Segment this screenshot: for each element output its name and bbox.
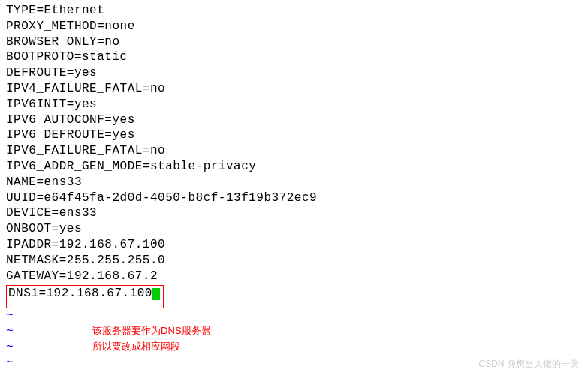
annotation-text: 所以要改成相应网段 <box>92 340 180 353</box>
config-line: IPV6_AUTOCONF=yes <box>6 112 582 128</box>
config-line: IPV6INIT=yes <box>6 97 582 112</box>
terminal-content: TYPE=Ethernet PROXY_METHOD=none BROWSER_… <box>6 3 582 375</box>
config-line: IPADDR=192.168.67.100 <box>6 237 582 253</box>
config-line: DEFROUTE=yes <box>6 65 582 81</box>
annotation-text: 该服务器要作为DNS服务器 <box>92 324 210 338</box>
tilde-marker: ~ <box>6 308 582 324</box>
cursor-icon <box>152 288 160 300</box>
config-line: BOOTPROTO=static <box>6 50 582 65</box>
watermark-text: CSDN @想当大佬的一天 <box>478 358 579 370</box>
config-line: IPV4_FAILURE_FATAL=no <box>6 81 582 97</box>
config-line: PROXY_METHOD=none <box>6 19 582 34</box>
tilde-marker: ~ <box>6 370 582 375</box>
dns-text: DNS1=192.168.67.100 <box>8 286 152 300</box>
config-line: IPV6_FAILURE_FATAL=no <box>6 143 582 159</box>
config-line: DEVICE=ens33 <box>6 206 582 221</box>
config-line: IPV6_DEFROUTE=yes <box>6 128 582 143</box>
highlighted-dns-line: DNS1=192.168.67.100 <box>6 285 164 308</box>
config-line: UUID=e64f45fa-2d0d-4050-b8cf-13f19b372ec… <box>6 190 582 206</box>
config-line: TYPE=Ethernet <box>6 3 582 19</box>
tilde-marker: ~ <box>6 324 14 340</box>
tilde-marker: ~ <box>6 340 14 356</box>
config-line: NAME=ens33 <box>6 175 582 190</box>
config-line: IPV6_ADDR_GEN_MODE=stable-privacy <box>6 159 582 175</box>
config-line: ONBOOT=yes <box>6 221 582 237</box>
config-line: BROWSER_ONLY=no <box>6 34 582 50</box>
config-line: NETMASK=255.255.255.0 <box>6 253 582 268</box>
config-line: GATEWAY=192.168.67.2 <box>6 268 582 284</box>
